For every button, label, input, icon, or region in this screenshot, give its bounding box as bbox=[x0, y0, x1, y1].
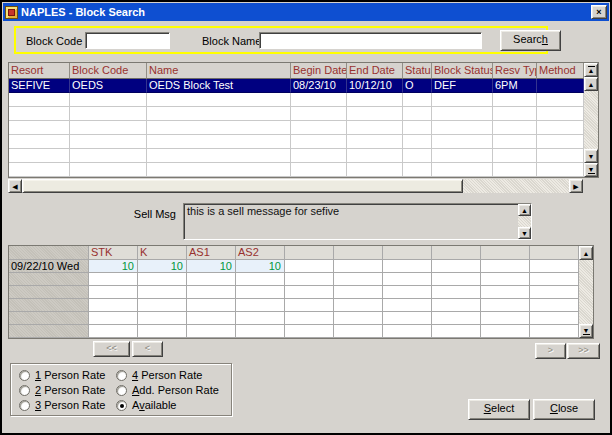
radio-label: 3 Person Rate bbox=[35, 399, 105, 411]
results-horizontal-scrollbar[interactable]: ◀ ▶ bbox=[8, 179, 583, 193]
search-button-mnemonic: h bbox=[542, 33, 548, 45]
down-arrow-icon: ▼ bbox=[583, 327, 590, 334]
availability-cell bbox=[334, 260, 383, 273]
availability-cell bbox=[334, 312, 383, 325]
scroll-up-icon[interactable]: ▲ bbox=[579, 246, 593, 260]
results-col-header: End Date bbox=[347, 63, 403, 79]
availability-col-header: AS2 bbox=[236, 246, 285, 260]
down-arrow-icon: ▼ bbox=[588, 153, 595, 160]
select-button[interactable]: Select bbox=[468, 399, 530, 420]
availability-value-cell[interactable]: 10 bbox=[89, 260, 138, 273]
results-cell bbox=[537, 107, 584, 121]
availability-cell bbox=[187, 286, 236, 299]
results-row-empty bbox=[9, 121, 584, 135]
sell-msg-scrollbar[interactable]: ▲ ▼ bbox=[518, 204, 531, 239]
window-title: NAPLES - Block Search bbox=[21, 6, 591, 18]
availability-cell bbox=[138, 286, 187, 299]
availability-cell bbox=[236, 299, 285, 312]
availability-vertical-scrollbar[interactable]: ▲ ▼ bbox=[579, 246, 593, 338]
results-cell bbox=[9, 149, 70, 163]
availability-col-header bbox=[432, 246, 481, 260]
scroll-down-icon[interactable]: ▼ bbox=[518, 227, 531, 239]
availability-cell bbox=[334, 286, 383, 299]
scroll-left-icon[interactable]: ◀ bbox=[8, 179, 22, 193]
availability-row-header: 09/22/10 Wed bbox=[9, 260, 89, 273]
scroll-bottom-icon[interactable]: ▼ bbox=[584, 163, 598, 177]
radio-add-person-rate[interactable]: Add. Person Rate bbox=[116, 383, 231, 397]
scroll-up-icon[interactable]: ▲ bbox=[518, 204, 531, 216]
right-arrow-icon: ▶ bbox=[573, 183, 578, 190]
availability-cell bbox=[383, 260, 432, 273]
radio-available[interactable]: Available bbox=[116, 398, 231, 412]
radio-3-person-rate[interactable]: 3 Person Rate bbox=[19, 398, 116, 412]
results-cell bbox=[147, 163, 291, 177]
results-cell bbox=[537, 149, 584, 163]
availability-cell bbox=[89, 299, 138, 312]
availability-cell bbox=[530, 286, 579, 299]
page-next-button[interactable]: > bbox=[535, 343, 566, 359]
results-cell bbox=[347, 149, 403, 163]
page-prev-button[interactable]: < bbox=[132, 341, 163, 357]
page-first-button[interactable]: << bbox=[93, 341, 130, 357]
results-cell bbox=[147, 149, 291, 163]
availability-cell bbox=[481, 260, 530, 273]
availability-cell bbox=[432, 325, 481, 338]
results-cell: 08/23/10 bbox=[291, 79, 347, 93]
availability-header-row: STKKAS1AS2 bbox=[9, 246, 579, 260]
availability-value-cell[interactable]: 10 bbox=[138, 260, 187, 273]
results-cell: O bbox=[403, 79, 432, 93]
availability-cell bbox=[481, 325, 530, 338]
up-arrow-icon: ▲ bbox=[588, 81, 595, 88]
radio-label: 2 Person Rate bbox=[35, 384, 105, 396]
block-code-input[interactable] bbox=[85, 32, 170, 49]
close-button[interactable]: Close bbox=[533, 399, 595, 420]
availability-row bbox=[9, 312, 579, 325]
results-cell bbox=[291, 163, 347, 177]
results-cell bbox=[70, 149, 147, 163]
up-arrow-icon: ▲ bbox=[588, 67, 595, 74]
sell-msg-textarea[interactable]: this is a sell message for sefive ▲ ▼ bbox=[183, 203, 532, 240]
results-cell bbox=[403, 121, 432, 135]
radio-circle-icon bbox=[116, 400, 127, 411]
radio-2-person-rate[interactable]: 2 Person Rate bbox=[19, 383, 116, 397]
close-button-label-end: lose bbox=[558, 402, 578, 414]
results-cell bbox=[291, 121, 347, 135]
block-name-input[interactable] bbox=[259, 32, 482, 49]
scroll-down-icon[interactable]: ▼ bbox=[584, 149, 598, 163]
scroll-up-icon[interactable]: ▲ bbox=[584, 77, 598, 91]
availability-grid-body: STKKAS1AS209/22/10 Wed10101010 bbox=[9, 246, 579, 338]
results-cell bbox=[403, 135, 432, 149]
availability-row: 09/22/10 Wed10101010 bbox=[9, 260, 579, 273]
scrollbar-thumb[interactable] bbox=[22, 179, 463, 193]
availability-cell bbox=[530, 260, 579, 273]
availability-cell bbox=[138, 299, 187, 312]
radio-4-person-rate[interactable]: 4 Person Rate bbox=[116, 368, 231, 382]
search-button[interactable]: Search bbox=[500, 30, 561, 51]
results-cell bbox=[432, 149, 493, 163]
availability-value-cell[interactable]: 10 bbox=[187, 260, 236, 273]
availability-value-cell[interactable]: 10 bbox=[236, 260, 285, 273]
results-row-empty bbox=[9, 135, 584, 149]
radio-1-person-rate[interactable]: 1 Person Rate bbox=[19, 368, 116, 382]
scrollbar-track[interactable] bbox=[584, 91, 598, 149]
close-icon[interactable]: × bbox=[591, 5, 607, 19]
availability-cell bbox=[432, 312, 481, 325]
scrollbar-track[interactable] bbox=[518, 216, 531, 227]
scrollbar-track[interactable] bbox=[579, 260, 593, 324]
availability-cell bbox=[236, 312, 285, 325]
results-vertical-scrollbar[interactable]: ▲ ▲ ▼ ▼ bbox=[584, 63, 598, 177]
availability-corner-cell bbox=[9, 246, 89, 260]
scrollbar-track[interactable] bbox=[463, 179, 569, 193]
availability-row bbox=[9, 286, 579, 299]
scroll-top-icon[interactable]: ▲ bbox=[584, 63, 598, 77]
search-panel: Block Code Block Name bbox=[14, 26, 548, 54]
endstop-bar bbox=[583, 334, 590, 335]
results-cell: OEDS Block Test bbox=[147, 79, 291, 93]
scroll-bottom-icon[interactable]: ▼ bbox=[579, 324, 593, 338]
results-cell bbox=[403, 107, 432, 121]
scroll-right-icon[interactable]: ▶ bbox=[569, 179, 583, 193]
results-row-selected[interactable]: SEFIVEOEDSOEDS Block Test08/23/1010/12/1… bbox=[9, 79, 584, 93]
availability-cell bbox=[383, 325, 432, 338]
results-cell bbox=[432, 163, 493, 177]
page-last-button[interactable]: >> bbox=[567, 343, 600, 359]
